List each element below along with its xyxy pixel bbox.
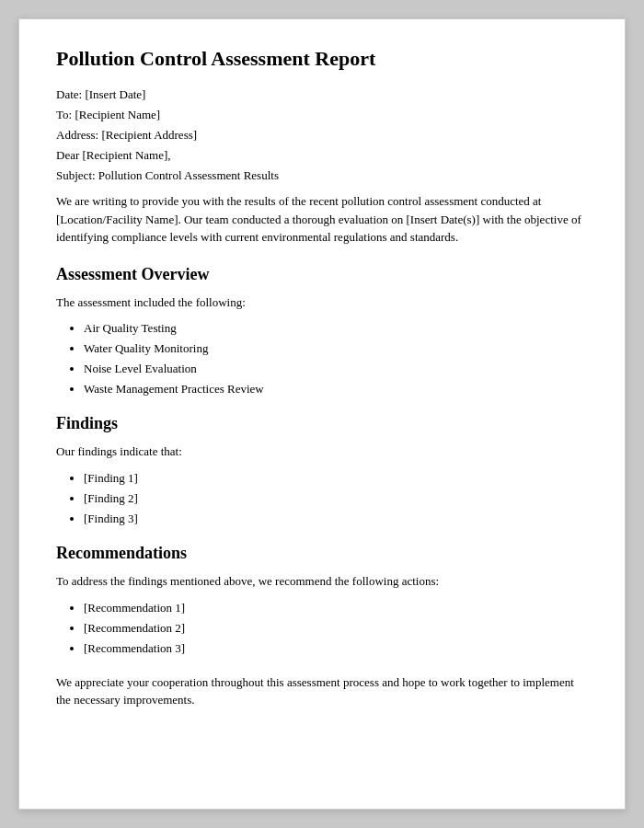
list-item: [Recommendation 3] bbox=[84, 638, 588, 659]
findings-list: [Finding 1] [Finding 2] [Finding 3] bbox=[84, 468, 588, 529]
address-line: Address: [Recipient Address] bbox=[56, 128, 588, 143]
findings-intro: Our findings indicate that: bbox=[56, 443, 588, 461]
list-item: Water Quality Monitoring bbox=[84, 339, 588, 359]
closing-paragraph: We appreciate your cooperation throughou… bbox=[56, 673, 588, 709]
assessment-overview-list: Air Quality Testing Water Quality Monito… bbox=[84, 318, 588, 399]
recommendations-intro: To address the findings mentioned above,… bbox=[56, 572, 588, 591]
assessment-overview-intro: The assessment included the following: bbox=[56, 293, 588, 312]
document: Pollution Control Assessment Report Date… bbox=[18, 18, 626, 810]
list-item: [Finding 2] bbox=[84, 489, 588, 509]
dear-line: Dear [Recipient Name], bbox=[56, 148, 588, 163]
list-item: [Finding 3] bbox=[84, 509, 588, 529]
list-item: Waste Management Practices Review bbox=[84, 379, 588, 399]
to-line: To: [Recipient Name] bbox=[56, 108, 588, 122]
recommendations-list: [Recommendation 1] [Recommendation 2] [R… bbox=[84, 598, 588, 659]
date-line: Date: [Insert Date] bbox=[56, 87, 588, 102]
list-item: [Finding 1] bbox=[84, 468, 588, 489]
recommendations-heading: Recommendations bbox=[56, 544, 588, 563]
list-item: Noise Level Evaluation bbox=[84, 359, 588, 379]
subject-line: Subject: Pollution Control Assessment Re… bbox=[56, 168, 588, 183]
list-item: [Recommendation 2] bbox=[84, 618, 588, 638]
list-item: [Recommendation 1] bbox=[84, 598, 588, 618]
list-item: Air Quality Testing bbox=[84, 318, 588, 339]
findings-heading: Findings bbox=[56, 414, 588, 433]
assessment-overview-heading: Assessment Overview bbox=[56, 265, 588, 284]
intro-paragraph: We are writing to provide you with the r… bbox=[56, 192, 588, 247]
document-title: Pollution Control Assessment Report bbox=[56, 47, 588, 71]
